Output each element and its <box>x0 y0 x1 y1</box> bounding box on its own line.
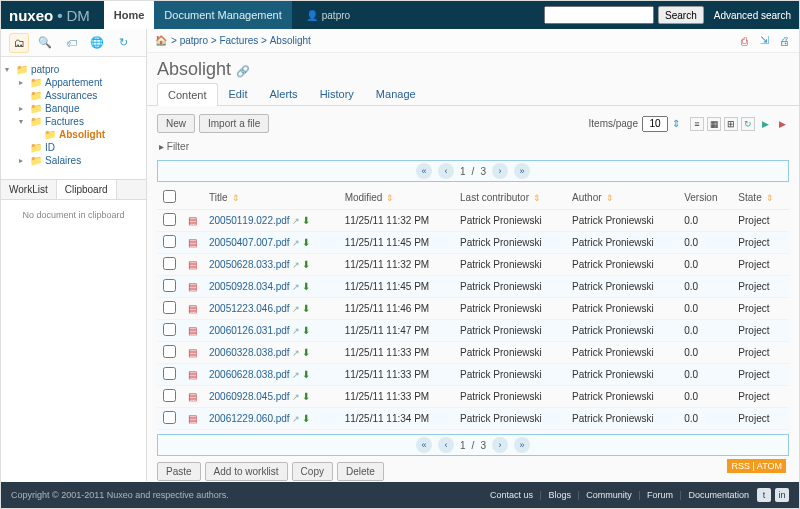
page-last[interactable]: » <box>514 163 530 179</box>
col-title[interactable]: Title⇕ <box>203 186 339 210</box>
row-checkbox[interactable] <box>163 323 176 336</box>
download-icon[interactable]: ⬇ <box>302 303 310 314</box>
footer-link[interactable]: Contact us <box>490 490 533 500</box>
export-xls-icon[interactable]: ▶ <box>758 117 772 131</box>
file-link[interactable]: 20050407.007.pdf <box>209 237 290 248</box>
nav-search-icon[interactable]: 🔍 <box>35 33 55 53</box>
tree-assurances[interactable]: 📁Assurances <box>19 89 142 102</box>
external-icon[interactable]: ↗ <box>292 414 300 424</box>
external-icon[interactable]: ↗ <box>292 392 300 402</box>
tree-root[interactable]: ▾📁patpro <box>5 63 142 76</box>
download-icon[interactable]: ⬇ <box>302 215 310 226</box>
tab-home[interactable]: Home <box>104 1 155 29</box>
page-next[interactable]: › <box>492 163 508 179</box>
link-icon[interactable]: 🔗 <box>236 65 250 77</box>
new-button[interactable]: New <box>157 114 195 133</box>
clipboard-tab[interactable]: Clipboard <box>57 180 117 199</box>
external-icon[interactable]: ↗ <box>292 348 300 358</box>
file-link[interactable]: 20050119.022.pdf <box>209 215 290 226</box>
external-icon[interactable]: ↗ <box>292 304 300 314</box>
page-prev[interactable]: ‹ <box>438 163 454 179</box>
view-grid-icon[interactable]: ▦ <box>707 117 721 131</box>
footer-link[interactable]: Forum <box>647 490 673 500</box>
download-icon[interactable]: ⬇ <box>302 391 310 402</box>
nav-globe-icon[interactable]: 🌐 <box>87 33 107 53</box>
external-icon[interactable]: ↗ <box>292 260 300 270</box>
page-last[interactable]: » <box>514 437 530 453</box>
tree-id[interactable]: 📁ID <box>19 141 142 154</box>
tree-salaires[interactable]: ▸📁Salaires <box>19 154 142 167</box>
export-icon[interactable]: ⇲ <box>757 34 771 48</box>
col-modified[interactable]: Modified⇕ <box>339 186 454 210</box>
delete-button[interactable]: Delete <box>337 462 384 481</box>
col-author[interactable]: Author⇕ <box>566 186 678 210</box>
add-worklist-button[interactable]: Add to worklist <box>205 462 288 481</box>
nav-refresh-icon[interactable]: ↻ <box>113 33 133 53</box>
external-icon[interactable]: ↗ <box>292 238 300 248</box>
subtab-alerts[interactable]: Alerts <box>259 82 309 105</box>
filter-toggle[interactable]: ▸ Filter <box>157 137 789 156</box>
import-button[interactable]: Import a file <box>199 114 269 133</box>
col-lastcontrib[interactable]: Last contributor⇕ <box>454 186 566 210</box>
download-icon[interactable]: ⬇ <box>302 281 310 292</box>
row-checkbox[interactable] <box>163 411 176 424</box>
download-icon[interactable]: ⬇ <box>302 369 310 380</box>
tree-appartement[interactable]: ▸📁Appartement <box>19 76 142 89</box>
external-icon[interactable]: ↗ <box>292 326 300 336</box>
file-link[interactable]: 20060628.038.pdf <box>209 369 290 380</box>
bc-factures[interactable]: Factures <box>219 35 258 46</box>
page-prev[interactable]: ‹ <box>438 437 454 453</box>
row-checkbox[interactable] <box>163 345 176 358</box>
footer-link[interactable]: Community <box>586 490 632 500</box>
copy-button[interactable]: Copy <box>292 462 333 481</box>
file-link[interactable]: 20051223.046.pdf <box>209 303 290 314</box>
footer-link[interactable]: Blogs <box>548 490 571 500</box>
tree-factures[interactable]: ▾📁Factures <box>19 115 142 128</box>
nav-tag-icon[interactable]: 🏷 <box>61 33 81 53</box>
refresh-icon[interactable]: ↻ <box>741 117 755 131</box>
bc-patpro[interactable]: patpro <box>180 35 208 46</box>
page-first[interactable]: « <box>416 163 432 179</box>
subtab-content[interactable]: Content <box>157 83 218 106</box>
download-icon[interactable]: ⬇ <box>302 237 310 248</box>
row-checkbox[interactable] <box>163 213 176 226</box>
advanced-search-link[interactable]: Advanced search <box>714 10 791 21</box>
nav-tree-icon[interactable]: 🗂 <box>9 33 29 53</box>
row-checkbox[interactable] <box>163 235 176 248</box>
col-state[interactable]: State⇕ <box>732 186 789 210</box>
download-icon[interactable]: ⬇ <box>302 413 310 424</box>
user-area[interactable]: 👤 patpro <box>306 10 350 21</box>
search-input[interactable] <box>544 6 654 24</box>
paste-button[interactable]: Paste <box>157 462 201 481</box>
linkedin-icon[interactable]: in <box>775 488 789 502</box>
page-first[interactable]: « <box>416 437 432 453</box>
row-checkbox[interactable] <box>163 257 176 270</box>
ipp-input[interactable] <box>642 116 668 132</box>
export-pdf-icon[interactable]: ⎙ <box>737 34 751 48</box>
file-link[interactable]: 20060328.038.pdf <box>209 347 290 358</box>
view-list-icon[interactable]: ≡ <box>690 117 704 131</box>
file-link[interactable]: 20060928.045.pdf <box>209 391 290 402</box>
export-csv-icon[interactable]: ▶ <box>775 117 789 131</box>
subtab-history[interactable]: History <box>309 82 365 105</box>
print-icon[interactable]: 🖨 <box>777 34 791 48</box>
row-checkbox[interactable] <box>163 367 176 380</box>
row-checkbox[interactable] <box>163 279 176 292</box>
file-link[interactable]: 20050628.033.pdf <box>209 259 290 270</box>
download-icon[interactable]: ⬇ <box>302 259 310 270</box>
search-button[interactable]: Search <box>658 6 704 24</box>
col-version[interactable]: Version <box>678 186 732 210</box>
stepper-icon[interactable]: ⇕ <box>672 118 680 129</box>
view-compact-icon[interactable]: ⊞ <box>724 117 738 131</box>
twitter-icon[interactable]: t <box>757 488 771 502</box>
subtab-manage[interactable]: Manage <box>365 82 427 105</box>
file-link[interactable]: 20061229.060.pdf <box>209 413 290 424</box>
file-link[interactable]: 20050928.034.pdf <box>209 281 290 292</box>
row-checkbox[interactable] <box>163 389 176 402</box>
tab-document-management[interactable]: Document Management <box>154 1 291 29</box>
bc-absolight[interactable]: Absolight <box>270 35 311 46</box>
home-icon[interactable]: 🏠 <box>155 35 167 46</box>
page-next[interactable]: › <box>492 437 508 453</box>
footer-link[interactable]: Documentation <box>688 490 749 500</box>
tree-banque[interactable]: ▸📁Banque <box>19 102 142 115</box>
